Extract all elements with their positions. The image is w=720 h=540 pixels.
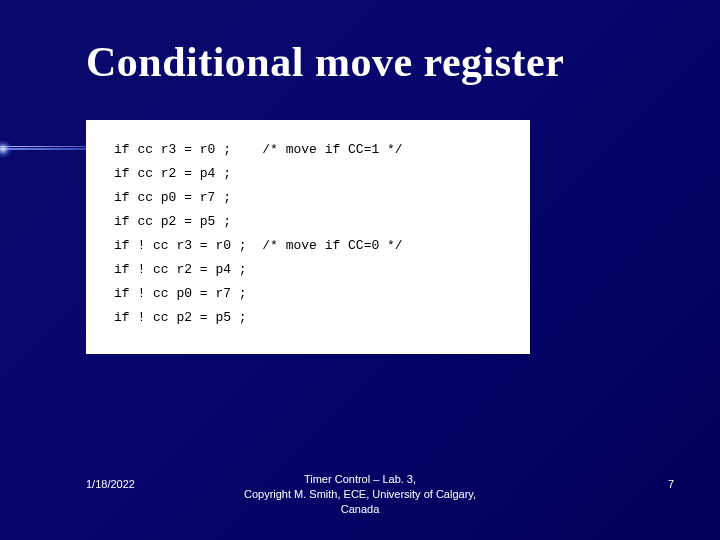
code-stmt: if ! cc p2 = p5 ; <box>114 310 247 325</box>
footer-line2: Copyright M. Smith, ECE, University of C… <box>244 488 476 500</box>
code-line: if ! cc p0 = r7 ; <box>114 282 520 306</box>
footer: 1/18/2022 Timer Control – Lab. 3, Copyri… <box>0 466 720 526</box>
page-title: Conditional move register <box>86 38 564 86</box>
footer-line3: Canada <box>341 503 380 515</box>
footer-center: Timer Control – Lab. 3, Copyright M. Smi… <box>244 472 476 517</box>
code-comment: /* move if CC=0 */ <box>262 238 402 253</box>
code-stmt: if cc r3 = r0 ; <box>114 142 231 157</box>
code-line: if cc p2 = p5 ; <box>114 210 520 234</box>
code-stmt: if ! cc p0 = r7 ; <box>114 286 247 301</box>
footer-date: 1/18/2022 <box>86 478 135 490</box>
code-block: if cc r3 = r0 ; /* move if CC=1 */if cc … <box>86 120 530 354</box>
code-stmt: if cc p0 = r7 ; <box>114 190 231 205</box>
code-line: if ! cc r2 = p4 ; <box>114 258 520 282</box>
code-line: if cc p0 = r7 ; <box>114 186 520 210</box>
page-number: 7 <box>668 478 674 490</box>
code-line: if ! cc r3 = r0 ; /* move if CC=0 */ <box>114 234 520 258</box>
footer-line1: Timer Control – Lab. 3, <box>304 473 416 485</box>
code-line: if cc r2 = p4 ; <box>114 162 520 186</box>
code-stmt: if cc r2 = p4 ; <box>114 166 231 181</box>
code-line: if ! cc p2 = p5 ; <box>114 306 520 330</box>
code-stmt: if ! cc r2 = p4 ; <box>114 262 247 277</box>
code-stmt: if ! cc r3 = r0 ; <box>114 238 247 253</box>
code-comment: /* move if CC=1 */ <box>262 142 402 157</box>
code-line: if cc r3 = r0 ; /* move if CC=1 */ <box>114 138 520 162</box>
code-stmt: if cc p2 = p5 ; <box>114 214 231 229</box>
slide: Conditional move register if cc r3 = r0 … <box>0 0 720 540</box>
